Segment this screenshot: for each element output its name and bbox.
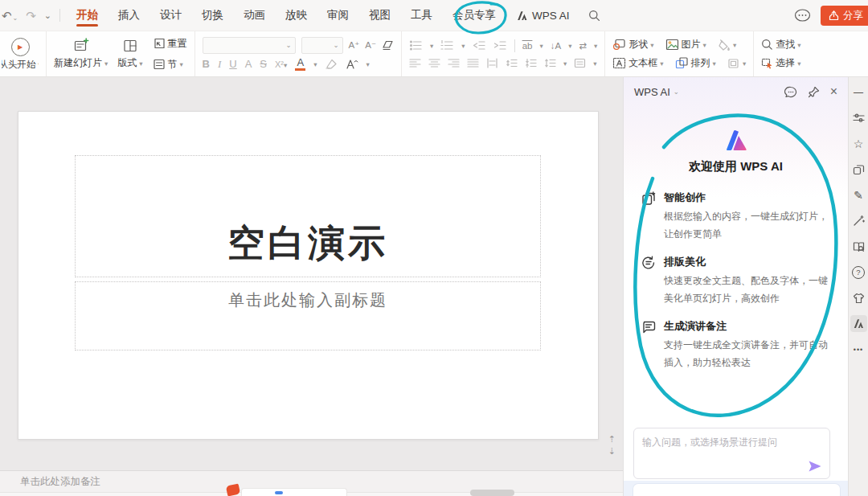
- feature-smart-create[interactable]: 智能创作 根据您输入的内容，一键生成幻灯片，让创作更简单: [641, 191, 832, 243]
- ai-panel-title[interactable]: WPS AI ⌄: [634, 86, 679, 98]
- line-spacing-icon[interactable]: [544, 58, 556, 68]
- font-name-select[interactable]: ⌄: [203, 37, 296, 54]
- reset-button[interactable]: 重置: [153, 37, 187, 51]
- menu-bar: ↶⌄ ↷ ⌄ 开始 插入 设计 切换 动画 放映 审阅 视图 工具 会员专享 W…: [0, 0, 868, 31]
- col-spacing-icon[interactable]: [525, 58, 537, 68]
- decrease-font-button[interactable]: A⁻: [365, 39, 376, 51]
- picture-button[interactable]: 图片▾: [665, 38, 706, 51]
- reference-button[interactable]: [850, 238, 867, 255]
- redo-button[interactable]: ↷: [26, 10, 36, 22]
- text-direction-button[interactable]: ↓A: [551, 41, 561, 51]
- feature-speaker-notes[interactable]: 生成演讲备注 支持一键生成全文演讲备注，并可自动插入，助力轻松表达: [641, 319, 832, 371]
- help-button[interactable]: ?: [850, 264, 867, 281]
- switch-window-button[interactable]: [850, 161, 867, 178]
- wps-ai-rail-button[interactable]: [850, 315, 867, 332]
- align-right-icon[interactable]: [448, 58, 460, 68]
- horizontal-scrollbar[interactable]: [470, 490, 514, 496]
- italic-button[interactable]: I: [218, 58, 221, 71]
- dropdown-icon: ▾: [650, 41, 653, 49]
- indent-icon[interactable]: [493, 40, 507, 51]
- search-icon[interactable]: [588, 10, 600, 22]
- speaker-notes-icon: [641, 320, 656, 334]
- superscript-button[interactable]: X²▾: [275, 59, 287, 69]
- strikethrough-button[interactable]: S: [260, 58, 267, 70]
- bullet-list-icon[interactable]: [409, 39, 423, 51]
- favorites-button[interactable]: ☆: [850, 135, 867, 152]
- arrange-button[interactable]: 排列▾: [675, 56, 716, 70]
- dropdown-icon: ▾: [139, 59, 142, 68]
- numbered-list-icon[interactable]: [440, 39, 454, 51]
- ai-question-input[interactable]: [634, 428, 829, 461]
- align-left-icon[interactable]: [409, 58, 421, 68]
- feature-beautify-layout[interactable]: 排版美化 快速更改全文主题、配色及字体，一键美化单页幻灯片，高效创作: [641, 255, 832, 307]
- text-frame-icon[interactable]: [574, 58, 586, 68]
- title-placeholder[interactable]: 空白演示: [75, 155, 541, 277]
- row-spacing-icon[interactable]: [506, 58, 518, 68]
- font-size-select[interactable]: ⌄: [301, 37, 343, 54]
- undo-button[interactable]: ↶⌄: [2, 10, 18, 22]
- next-slide-button[interactable]: ⇣: [608, 447, 616, 456]
- share-button[interactable]: 分享: [821, 6, 868, 26]
- previous-slide-button[interactable]: ⇡: [608, 435, 616, 444]
- char-spacing-button[interactable]: ab: [522, 41, 533, 51]
- select-button[interactable]: 选择▾: [761, 56, 800, 70]
- new-slide-button[interactable]: 新建幻灯片▾: [54, 38, 108, 70]
- outdent-icon[interactable]: [473, 40, 486, 51]
- tab-view[interactable]: 视图: [367, 1, 392, 30]
- dropdown-icon: ▾: [180, 60, 183, 68]
- magic-beautify-button[interactable]: [850, 212, 867, 229]
- phonetic-guide-icon[interactable]: [346, 59, 358, 69]
- shapes-button[interactable]: 形状▾: [612, 38, 653, 51]
- justify-icon[interactable]: [467, 58, 479, 68]
- dropdown-icon: ▾: [563, 59, 567, 68]
- section-button[interactable]: 节▾: [153, 58, 187, 72]
- group-slides: 新建幻灯片▾ 版式▾ 重置 节▾: [47, 31, 195, 76]
- more-button[interactable]: •••: [850, 341, 867, 358]
- convert-button[interactable]: ⇄: [579, 40, 587, 51]
- feedback-icon[interactable]: [784, 86, 797, 98]
- customize-quick-access-button[interactable]: ⌄: [44, 11, 51, 20]
- increase-font-button[interactable]: A⁺: [349, 39, 360, 51]
- cloud-sync-icon[interactable]: [794, 9, 811, 22]
- slide-layout-button[interactable]: 版式▾: [117, 38, 142, 70]
- underline-button[interactable]: U: [229, 58, 236, 70]
- collapse-panel-button[interactable]: —: [850, 84, 867, 100]
- align-center-icon[interactable]: [428, 58, 440, 68]
- textbox-button[interactable]: 文本框▾: [612, 56, 663, 70]
- dropdown-icon: ▾: [733, 41, 736, 49]
- clear-format-icon[interactable]: [382, 40, 394, 51]
- outline-icon: [727, 58, 740, 69]
- adjust-button[interactable]: [850, 109, 867, 126]
- fill-button[interactable]: ▾: [718, 39, 736, 51]
- tab-member[interactable]: 会员专享: [451, 1, 497, 30]
- font-color-button[interactable]: A: [295, 57, 305, 71]
- distribute-icon[interactable]: [486, 58, 498, 68]
- slide-canvas[interactable]: 空白演示 单击此处输入副标题: [18, 111, 599, 440]
- bold-button[interactable]: B: [203, 58, 210, 70]
- tab-home[interactable]: 开始: [75, 1, 100, 30]
- shapes-icon: [612, 39, 626, 51]
- tab-transition[interactable]: 切换: [200, 1, 225, 30]
- chevron-down-icon: ⌄: [44, 11, 51, 20]
- tab-animation[interactable]: 动画: [242, 1, 267, 30]
- char-border-button[interactable]: A: [245, 58, 252, 70]
- find-button[interactable]: 查找▾: [761, 38, 800, 51]
- tab-insert[interactable]: 插入: [117, 1, 141, 30]
- play-from-start-button[interactable]: ▶ 从头开始▾: [2, 38, 39, 71]
- pin-icon[interactable]: [808, 86, 820, 98]
- send-icon[interactable]: [808, 460, 822, 473]
- tab-design[interactable]: 设计: [158, 1, 183, 30]
- highlight-icon[interactable]: [326, 59, 338, 69]
- chevron-down-icon: ⌄: [13, 15, 18, 22]
- close-icon[interactable]: ×: [830, 85, 837, 98]
- subtitle-placeholder[interactable]: 单击此处输入副标题: [75, 281, 541, 350]
- tab-tools[interactable]: 工具: [409, 1, 434, 30]
- outline-button[interactable]: ▾: [727, 58, 746, 69]
- skin-button[interactable]: [850, 289, 867, 306]
- tab-wps-ai[interactable]: WPS AI: [514, 2, 571, 29]
- tab-review[interactable]: 审阅: [326, 1, 350, 30]
- section-icon: [153, 59, 166, 70]
- signature-button[interactable]: ✎: [850, 187, 867, 203]
- tab-slideshow[interactable]: 放映: [284, 1, 309, 30]
- slide-editor-area[interactable]: 空白演示 单击此处输入副标题 ⇡ ⇣: [0, 77, 623, 470]
